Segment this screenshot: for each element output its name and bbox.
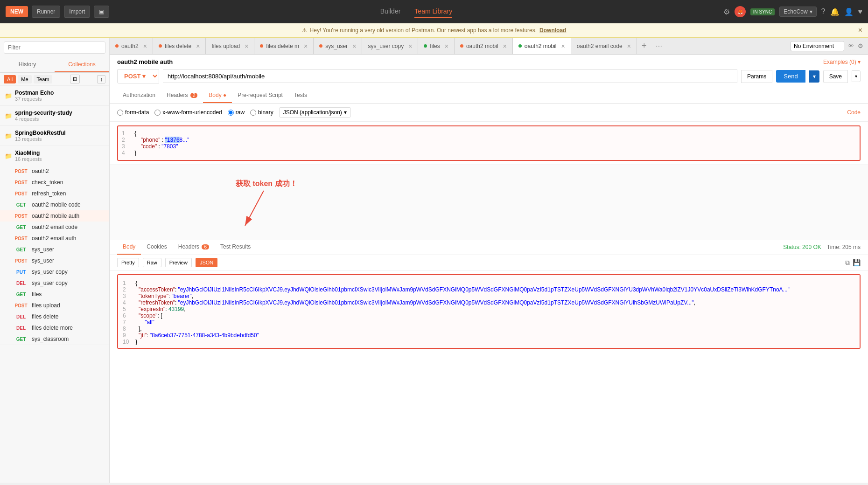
examples-link[interactable]: Examples (0) ▾ <box>823 59 861 65</box>
code-link[interactable]: Code <box>847 109 861 116</box>
heart-icon[interactable]: ♥ <box>858 7 863 16</box>
copy-response-button[interactable]: ⧉ <box>845 259 850 267</box>
pretty-button[interactable]: Pretty <box>117 258 139 267</box>
tab-sys-user[interactable]: sys_user × <box>314 38 362 54</box>
nav-team-library[interactable]: Team Library <box>414 5 452 18</box>
method-select[interactable]: POST ▾ <box>117 69 159 83</box>
env-dropdown[interactable]: No Environment <box>791 41 844 51</box>
eye-icon[interactable]: 👁 <box>848 42 854 49</box>
banner-close-button[interactable]: × <box>858 26 862 35</box>
form-data-option[interactable]: form-data <box>117 109 149 116</box>
tab-close-icon[interactable]: × <box>445 42 448 50</box>
endpoint-oauth2-mobile-auth[interactable]: POST oauth2 mobile auth <box>0 210 109 222</box>
tab-oauth2-mobil-2[interactable]: oauth2 mobil × <box>513 38 571 54</box>
more-tabs-button[interactable]: ⋯ <box>651 42 667 50</box>
collection-spring-security-header[interactable]: 📁 spring-security-study 4 requests <box>0 106 109 125</box>
nav-builder[interactable]: Builder <box>380 5 401 18</box>
tab-close-icon[interactable]: × <box>408 42 412 50</box>
tab-sys-user-copy[interactable]: sys_user copy × <box>362 38 418 54</box>
update-banner: ⚠ Hey! You're running a very old version… <box>0 23 868 38</box>
tab-oauth2[interactable]: oauth2 × <box>110 38 153 54</box>
raw-option[interactable]: raw <box>228 109 245 116</box>
url-input[interactable] <box>163 69 737 83</box>
banner-download-link[interactable]: Download <box>539 27 566 34</box>
endpoint-refresh-token[interactable]: POST refresh_token <box>0 188 109 199</box>
raw-button[interactable]: Raw <box>143 258 161 267</box>
send-dropdown-button[interactable]: ▾ <box>809 70 819 83</box>
nav-pre-request[interactable]: Pre-request Script <box>232 88 288 103</box>
binary-option[interactable]: binary <box>250 109 273 116</box>
tab-close-icon[interactable]: × <box>196 42 200 50</box>
tab-label: files upload <box>211 43 240 49</box>
endpoint-oauth2-email-auth[interactable]: POST oauth2 email auth <box>0 233 109 244</box>
user-menu-button[interactable]: EchoCow ▾ <box>779 7 816 17</box>
preview-button[interactable]: Preview <box>165 258 192 267</box>
sort-button[interactable]: ↕ <box>97 75 105 83</box>
json-button[interactable]: JSON <box>196 258 217 267</box>
settings-icon[interactable]: ⚙ <box>723 7 730 16</box>
expand-all-button[interactable]: ⊞ <box>70 75 80 83</box>
resp-tab-cookies[interactable]: Cookies <box>141 240 172 255</box>
bell-icon[interactable]: 🔔 <box>830 7 840 16</box>
nav-tests[interactable]: Tests <box>288 88 313 103</box>
endpoint-oauth2-post[interactable]: POST oauth2 <box>0 166 109 177</box>
tab-close-icon[interactable]: × <box>245 42 248 50</box>
runner-button[interactable]: Runner <box>32 6 60 18</box>
endpoint-sys-user-copy-put[interactable]: PUT sys_user copy <box>0 266 109 277</box>
endpoint-sys-user-copy-del[interactable]: DEL sys_user copy <box>0 277 109 289</box>
endpoint-files-get[interactable]: GET files <box>0 289 109 300</box>
layout-button[interactable]: ▣ <box>94 6 109 18</box>
tab-files-delete[interactable]: files delete × <box>153 38 206 54</box>
resp-tab-test-results[interactable]: Test Results <box>215 240 256 255</box>
resp-tab-headers[interactable]: Headers 6 <box>173 240 215 255</box>
tab-oauth2-email[interactable]: oauth2 email code × <box>571 38 637 54</box>
params-button[interactable]: Params <box>741 70 772 83</box>
filter-team-button[interactable]: Team <box>34 75 53 83</box>
tab-files[interactable]: files × <box>418 38 455 54</box>
tab-history[interactable]: History <box>0 57 55 72</box>
tab-close-icon[interactable]: × <box>352 42 356 50</box>
endpoint-check-token[interactable]: POST check_token <box>0 177 109 188</box>
tab-close-icon[interactable]: × <box>561 42 565 50</box>
nav-headers[interactable]: Headers 2 <box>161 88 203 103</box>
endpoint-oauth2-mobile-code[interactable]: GET oauth2 mobile code <box>0 199 109 210</box>
import-button[interactable]: Import <box>64 6 90 18</box>
endpoint-sys-user-get[interactable]: GET sys_user <box>0 244 109 255</box>
tab-oauth2-mobil-1[interactable]: oauth2 mobil × <box>455 38 513 54</box>
collection-xiaoming-header[interactable]: 📁 XiaoMing 16 requests <box>0 146 109 166</box>
nav-authorization[interactable]: Authorization <box>117 88 161 103</box>
resp-tab-body[interactable]: Body <box>117 240 141 255</box>
tab-dot <box>424 44 427 48</box>
body-editor-content[interactable]: 1 { 2 "phone" : "13768..." 3 "code" : "7 <box>117 125 861 161</box>
nav-body[interactable]: Body ● <box>203 88 232 103</box>
endpoint-oauth2-email-code[interactable]: GET oauth2 email code <box>0 222 109 233</box>
endpoint-sys-user-post[interactable]: POST sys_user <box>0 255 109 266</box>
tab-close-icon[interactable]: × <box>627 42 631 50</box>
sidebar-search-input[interactable] <box>4 42 105 54</box>
new-button[interactable]: NEW <box>6 6 28 17</box>
save-dropdown-button[interactable]: ▾ <box>852 70 861 82</box>
json-format-selector[interactable]: JSON (application/json) ▾ <box>279 107 351 118</box>
filter-me-button[interactable]: Me <box>18 75 31 83</box>
filter-all-button[interactable]: All <box>4 75 16 83</box>
endpoint-files-delete-more[interactable]: DEL files delete more <box>0 322 109 333</box>
tab-files-upload[interactable]: files upload × <box>206 38 254 54</box>
tab-files-delete-m[interactable]: files delete m × <box>254 38 314 54</box>
gear-icon[interactable]: ⚙ <box>858 42 863 49</box>
endpoint-files-delete[interactable]: DEL files delete <box>0 311 109 322</box>
tab-close-icon[interactable]: × <box>143 42 147 50</box>
tab-close-icon[interactable]: × <box>503 42 507 50</box>
new-tab-button[interactable]: + <box>637 41 651 51</box>
send-button[interactable]: Send <box>776 70 805 83</box>
endpoint-files-upload[interactable]: POST files upload <box>0 300 109 311</box>
endpoint-sys-classroom[interactable]: GET sys_classroom <box>0 333 109 345</box>
tab-close-icon[interactable]: × <box>304 42 308 50</box>
collection-springbook-header[interactable]: 📁 SpringBookRestful 13 requests <box>0 126 109 146</box>
save-response-button[interactable]: 💾 <box>853 259 861 267</box>
tab-collections[interactable]: Collections <box>55 57 109 72</box>
save-button[interactable]: Save <box>823 70 848 83</box>
user-icon[interactable]: 👤 <box>844 7 854 16</box>
collection-postman-echo-header[interactable]: 📁 Postman Echo 37 requests <box>0 86 109 105</box>
help-icon[interactable]: ? <box>821 7 826 16</box>
urlencoded-option[interactable]: x-www-form-urlencoded <box>154 109 222 116</box>
